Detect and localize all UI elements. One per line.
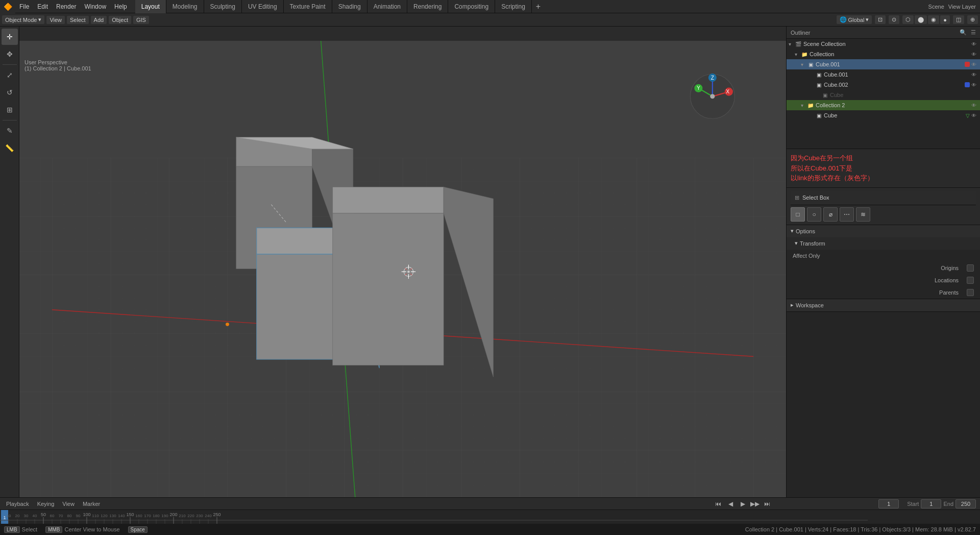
parents-checkbox[interactable] bbox=[967, 289, 974, 296]
menu-render[interactable]: Render bbox=[52, 0, 80, 13]
eye-icon-3[interactable]: 👁 bbox=[970, 60, 978, 68]
affect-only-label: Affect Only bbox=[793, 253, 834, 259]
add-workspace-button[interactable]: + bbox=[532, 2, 545, 11]
cube-linked-arrow: ▸ bbox=[815, 92, 821, 98]
playback-menu[interactable]: Playback bbox=[4, 501, 31, 507]
collection-vis: 👁 bbox=[970, 50, 978, 58]
start-frame-input[interactable]: 1 bbox=[921, 499, 941, 508]
jump-end-btn[interactable]: ⏭ bbox=[762, 499, 772, 509]
measure-tool[interactable]: 📏 bbox=[2, 140, 18, 156]
outliner-options[interactable]: ☰ bbox=[971, 29, 976, 36]
next-frame-btn[interactable]: ▶▶ bbox=[750, 499, 760, 509]
menu-help[interactable]: Help bbox=[110, 0, 131, 13]
rotate-tool[interactable]: ↺ bbox=[2, 84, 18, 101]
view-menu[interactable]: View bbox=[46, 16, 65, 24]
cube-col2-item[interactable]: ▸ ▣ Cube ▽ 👁 bbox=[787, 110, 980, 120]
cube002-label: Cube.002 bbox=[824, 82, 963, 88]
eye-icon-7[interactable]: 👁 bbox=[970, 111, 978, 119]
locations-checkbox[interactable] bbox=[967, 277, 974, 284]
annotate-tool[interactable]: ✎ bbox=[2, 123, 18, 139]
wireframe-shading[interactable]: ⬡ bbox=[902, 15, 914, 24]
keying-menu[interactable]: Keying bbox=[35, 501, 57, 507]
cube-linked-item[interactable]: ▸ ▣ Cube bbox=[787, 90, 980, 100]
view-menu-timeline[interactable]: View bbox=[60, 501, 77, 507]
workspace-header[interactable]: ▸ Workspace bbox=[787, 299, 980, 311]
outliner-filter[interactable]: 🔍 bbox=[960, 29, 967, 36]
brush-select-tool[interactable]: ≋ bbox=[856, 207, 870, 222]
menu-file[interactable]: File bbox=[15, 0, 33, 13]
stats-text: Collection 2 | Cube.001 | Verts:24 | Fac… bbox=[745, 526, 976, 532]
scene-selector[interactable]: Scene bbox=[928, 4, 944, 10]
lasso-select-tool[interactable]: ⌀ bbox=[823, 207, 838, 222]
overlay-toggle[interactable]: ◫ bbox=[953, 15, 964, 24]
scene-3d[interactable]: User Perspective (1) Collection 2 | Cube… bbox=[19, 41, 786, 508]
cube-linked-label: Cube bbox=[830, 92, 978, 98]
sidebar-divider-1 bbox=[3, 64, 17, 65]
snap-button[interactable]: ⊡ bbox=[875, 15, 886, 24]
gizmo-toggle[interactable]: ⊕ bbox=[967, 15, 978, 24]
dot-select-tool[interactable]: ⋯ bbox=[840, 207, 854, 222]
circle-select-tool[interactable]: ○ bbox=[807, 207, 821, 222]
play-btn[interactable]: ▶ bbox=[738, 499, 748, 509]
tab-texture-paint[interactable]: Texture Paint bbox=[284, 0, 332, 13]
viewport-3d[interactable]: User Perspective (1) Collection 2 | Cube… bbox=[19, 27, 786, 508]
transform-orientation[interactable]: 🌐 Global ▾ bbox=[837, 15, 872, 24]
cube001-mesh-item[interactable]: ▸ ▣ Cube.001 👁 bbox=[787, 69, 980, 80]
eye-icon-5[interactable]: 👁 bbox=[970, 81, 978, 89]
object-menu[interactable]: Object bbox=[109, 16, 131, 24]
select-tools-row: □ ○ ⌀ ⋯ ≋ bbox=[791, 207, 976, 222]
eye-icon-6[interactable]: 👁 bbox=[970, 101, 978, 109]
cube001-item[interactable]: ▾ ▣ Cube.001 👁 bbox=[787, 59, 980, 69]
tab-shading[interactable]: Shading bbox=[332, 0, 368, 13]
svg-text:180: 180 bbox=[153, 514, 160, 518]
select-menu[interactable]: Select bbox=[67, 16, 89, 24]
eye-icon-4[interactable]: 👁 bbox=[970, 70, 978, 79]
cube-linked-icon: ▣ bbox=[821, 91, 828, 99]
origins-checkbox[interactable] bbox=[967, 264, 974, 272]
box-select-tool[interactable]: □ bbox=[791, 207, 805, 222]
gis-menu[interactable]: GIS bbox=[133, 16, 149, 24]
add-menu[interactable]: Add bbox=[91, 16, 107, 24]
blender-logo[interactable]: 🔶 bbox=[0, 0, 15, 13]
annotation-panel: 因为Cube在另一个组 所以在Cube.001下是 以link的形式存在（灰色字… bbox=[787, 149, 980, 188]
render-shading[interactable]: ● bbox=[940, 15, 950, 24]
tab-compositing[interactable]: Compositing bbox=[448, 0, 495, 13]
scene-collection-item[interactable]: ▾ 🎬 Scene Collection 👁 bbox=[787, 39, 980, 49]
transform-header[interactable]: ▾ Transform bbox=[787, 237, 980, 250]
tab-sculpting[interactable]: Sculpting bbox=[204, 0, 242, 13]
annotation-text-3: 以link的形式存在（灰色字） bbox=[791, 173, 976, 183]
options-section: ▾ Options ▾ Transform Affect Only Origin… bbox=[787, 225, 980, 299]
scale-tool[interactable]: ⤢ bbox=[2, 67, 18, 83]
object-mode-selector[interactable]: Object Mode ▾ bbox=[2, 15, 44, 24]
eye-icon-2[interactable]: 👁 bbox=[970, 50, 978, 58]
view-layer-selector[interactable]: View Layer bbox=[948, 4, 976, 10]
move-tool[interactable]: ✥ bbox=[2, 46, 18, 62]
end-frame-input[interactable]: 250 bbox=[955, 499, 976, 508]
space-key: Space bbox=[128, 526, 148, 533]
tab-layout[interactable]: Layout bbox=[135, 0, 166, 13]
transform-tool[interactable]: ⊞ bbox=[2, 102, 18, 118]
scene-collection-label: Scene Collection bbox=[803, 41, 970, 47]
timeline-ruler[interactable]: 1 50 100 150 200 250 10 20 30 40 60 bbox=[0, 510, 980, 524]
cube002-arrow: ▸ bbox=[809, 82, 815, 88]
current-frame-input[interactable]: 1 bbox=[878, 499, 899, 508]
eye-icon[interactable]: 👁 bbox=[970, 40, 978, 48]
tab-uv-editing[interactable]: UV Editing bbox=[242, 0, 284, 13]
material-shading[interactable]: ◉ bbox=[928, 15, 939, 24]
menu-window[interactable]: Window bbox=[80, 0, 110, 13]
cursor-tool[interactable]: ✛ bbox=[2, 29, 18, 45]
cube002-item[interactable]: ▸ ▣ Cube.002 👁 bbox=[787, 80, 980, 90]
tab-animation[interactable]: Animation bbox=[368, 0, 407, 13]
tab-scripting[interactable]: Scripting bbox=[495, 0, 532, 13]
proportional-edit[interactable]: ⊙ bbox=[889, 15, 899, 24]
solid-shading[interactable]: ⬤ bbox=[915, 15, 927, 24]
jump-start-btn[interactable]: ⏮ bbox=[713, 499, 723, 509]
menu-edit[interactable]: Edit bbox=[33, 0, 52, 13]
marker-menu[interactable]: Marker bbox=[81, 501, 102, 507]
options-header[interactable]: ▾ Options bbox=[787, 225, 980, 237]
collection-item[interactable]: ▾ 📁 Collection 👁 bbox=[787, 49, 980, 59]
collection2-item[interactable]: ▾ 📁 Collection 2 👁 bbox=[787, 100, 980, 110]
tab-modeling[interactable]: Modeling bbox=[166, 0, 204, 13]
tab-rendering[interactable]: Rendering bbox=[407, 0, 448, 13]
prev-frame-btn[interactable]: ◀ bbox=[725, 499, 736, 509]
